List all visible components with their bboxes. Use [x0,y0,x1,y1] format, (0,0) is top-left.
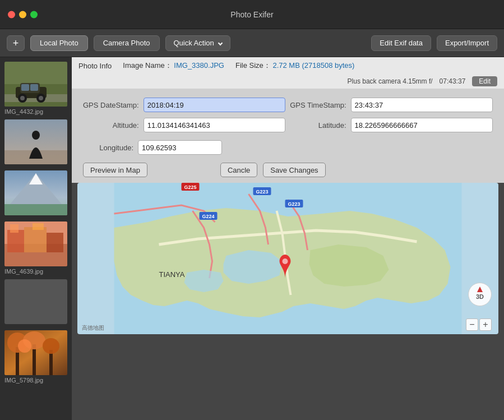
chevron-down-icon [218,40,223,45]
svg-rect-17 [4,204,67,215]
quick-action-button[interactable]: Quick Action [165,35,230,51]
list-item[interactable]: IMG_4432.jpg [4,62,67,115]
svg-text:G223: G223 [288,201,300,207]
thumbnail [4,62,67,107]
edit-button[interactable]: Edit [472,76,497,86]
main-area: IMG_4432.jpg [0,57,504,420]
photo-info-title: Photo Info [78,62,112,70]
image-name-value: IMG_3380.JPG [174,61,224,70]
list-item[interactable] [4,170,67,217]
file-size-value: 2.72 MB (2718508 bytes) [272,61,354,70]
thumbnail [4,221,67,266]
svg-point-8 [20,96,25,100]
map-attribution: 高德地图 [82,324,104,332]
latitude-input[interactable] [351,118,493,132]
svg-rect-23 [10,224,19,233]
zoom-out-button[interactable]: − [466,319,478,331]
minimize-button[interactable] [19,11,26,18]
save-changes-button[interactable]: Save Changes [263,163,325,177]
svg-text:G225: G225 [184,184,196,190]
exif-panel: GPS DateStamp: GPS TimeStamp: Altitude: … [72,89,504,183]
gps-timestamp-label: GPS TimeStamp: [290,101,346,109]
list-item[interactable]: IMG_5798.jpg [4,330,67,384]
compass-3d-label: 3D [476,293,484,300]
title-bar: Photo Exifer [0,0,504,29]
list-item[interactable]: IMG_4639.jpg [4,221,67,275]
add-button[interactable]: + [7,35,25,51]
compass-arrow-icon [477,287,483,292]
gps-timestamp-input[interactable] [351,98,493,112]
thumbnail [4,279,67,324]
edit-exif-button[interactable]: Edit Exif data [371,35,431,51]
map-compass[interactable]: 3D [468,283,492,306]
svg-text:G223: G223 [256,189,268,195]
list-item[interactable] [4,279,67,326]
svg-rect-5 [21,84,29,91]
action-buttons: Preview in Map Cancle Save Changes [83,163,493,177]
file-size-label: File Size： 2.72 MB (2718508 bytes) [235,61,354,71]
svg-point-32 [18,339,31,353]
camera-info-bar: Plus back camera 4.15mm f/ 07:43:37 Edit [72,74,504,89]
camera-time: 07:43:37 [440,77,466,85]
longitude-input[interactable] [138,140,222,155]
cancel-button[interactable]: Cancle [220,163,257,177]
svg-point-43 [283,259,288,264]
export-import-button[interactable]: Export/Import [437,35,497,51]
svg-rect-20 [7,230,24,252]
thumbnail-label: IMG_4432.jpg [4,108,67,115]
list-item[interactable] [4,119,67,166]
local-photo-tab[interactable]: Local Photo [30,35,88,51]
camera-photo-tab[interactable]: Camera Photo [94,35,160,51]
svg-rect-6 [30,84,38,91]
latitude-label: Latitude: [290,121,346,130]
thumbnail-label: IMG_4639.jpg [4,268,67,275]
thumbnail [4,170,67,215]
toolbar: + Local Photo Camera Photo Quick Action … [0,29,504,57]
window-controls [8,11,38,18]
close-button[interactable] [8,11,15,18]
altitude-label: Altitude: [83,121,139,130]
svg-point-31 [43,338,59,354]
gps-datestamp-input[interactable] [144,98,285,112]
photo-info-bar: Photo Info Image Name： IMG_3380.JPG File… [72,57,504,74]
thumbnail [4,330,67,375]
map-container: G225 G223 G224 G223 TIANYA [77,183,498,334]
svg-rect-24 [33,223,44,230]
preview-in-map-button[interactable]: Preview in Map [83,163,147,177]
image-name-label: Image Name： IMG_3380.JPG [123,61,224,71]
zoom-in-button[interactable]: + [479,319,492,331]
map-zoom-controls: − + [466,319,492,331]
sidebar: IMG_4432.jpg [0,57,72,420]
maximize-button[interactable] [30,11,38,18]
svg-point-10 [39,96,43,100]
gps-datestamp-label: GPS DateStamp: [83,101,139,109]
svg-text:TIANYA: TIANYA [159,270,185,279]
exif-form-grid: GPS DateStamp: GPS TimeStamp: Altitude: … [83,98,493,132]
longitude-row: Longitude: [83,140,493,155]
longitude-label: Longitude: [83,144,133,152]
camera-info-text: Plus back camera 4.15mm f/ [348,77,433,85]
svg-text:G224: G224 [202,214,214,219]
svg-rect-21 [24,227,47,252]
thumbnail-label: IMG_5798.jpg [4,377,67,384]
content-panel: Photo Info Image Name： IMG_3380.JPG File… [72,57,504,420]
thumbnail [4,119,67,164]
svg-point-13 [32,131,40,140]
altitude-input[interactable] [144,118,285,132]
svg-rect-22 [47,233,63,252]
window-title: Photo Exifer [230,10,273,19]
